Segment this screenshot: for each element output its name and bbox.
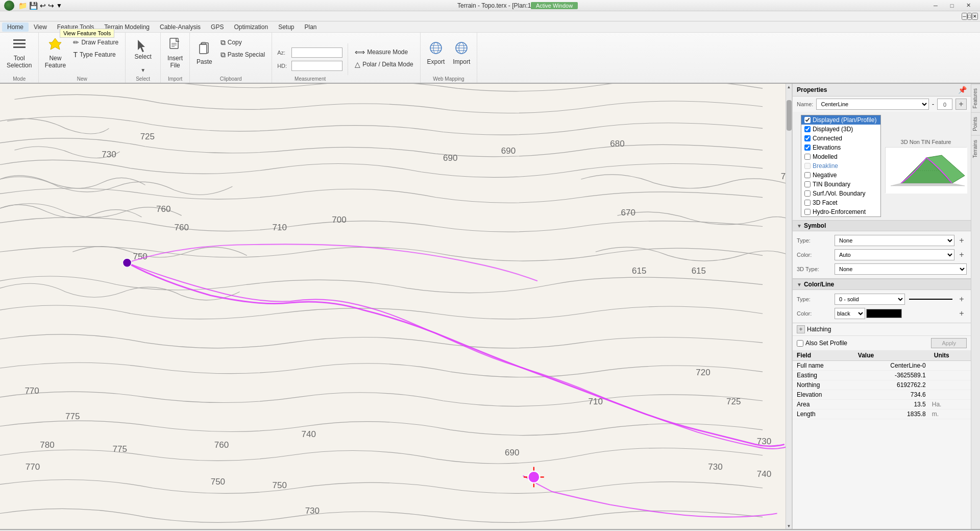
inner-minimize-btn[interactable]: ─: [962, 13, 967, 20]
dropdown-3d-facet[interactable]: 3D Facet: [801, 198, 880, 207]
symbol-type-select[interactable]: None: [835, 235, 954, 246]
also-profile-checkbox[interactable]: [797, 340, 803, 347]
svg-rect-1: [13, 43, 26, 44]
select-dropdown-btn[interactable]: ▼: [138, 67, 148, 74]
side-tab-points[interactable]: Points: [971, 112, 980, 135]
svg-text:760: 760: [214, 440, 229, 450]
checkbox-negative[interactable]: [804, 172, 811, 178]
menu-gps[interactable]: GPS: [206, 22, 229, 32]
checkbox-3d-facet[interactable]: [804, 200, 811, 206]
symbol-3dtype-select[interactable]: None: [835, 263, 967, 275]
checkbox-hydro[interactable]: [804, 209, 811, 215]
menu-plan[interactable]: Plan: [299, 22, 322, 32]
copy-btn[interactable]: ⧉ Copy: [217, 37, 268, 48]
paste-special-btn[interactable]: ⧉ Paste Special: [217, 49, 268, 60]
dropdown-displayed-3d[interactable]: Displayed (3D): [801, 125, 880, 134]
checkbox-displayed-3d[interactable]: [804, 126, 811, 132]
svg-marker-3: [49, 38, 61, 50]
symbol-type-plus[interactable]: +: [957, 236, 967, 245]
inner-close-btn[interactable]: ✕: [972, 13, 978, 20]
dropdown-displayed-plan[interactable]: Displayed (Plan/Profile): [801, 115, 880, 125]
scroll-thumb-v[interactable]: [787, 100, 792, 131]
polar-delta-icon: △: [355, 60, 360, 68]
checkbox-breakline[interactable]: [804, 163, 811, 169]
ribbon-group-clipboard: Paste ⧉ Copy ⧉ Paste Special Clipboard: [190, 33, 272, 83]
close-btn[interactable]: ✕: [961, 0, 976, 11]
svg-text:775: 775: [65, 412, 80, 421]
checkbox-modelled[interactable]: [804, 154, 811, 160]
dropdown-connected[interactable]: Connected: [801, 134, 880, 143]
undo-btn[interactable]: ↩: [40, 2, 46, 10]
paste-btn[interactable]: Paste: [193, 35, 216, 71]
maximize-btn[interactable]: □: [944, 0, 960, 11]
import-web-label: Import: [453, 58, 470, 65]
colorline-type-plus[interactable]: +: [957, 295, 967, 304]
apply-btn[interactable]: Apply: [931, 338, 967, 348]
paste-special-label: Paste Special: [228, 51, 265, 58]
menu-feature-tools[interactable]: Feature Tools: [52, 22, 100, 32]
checkbox-tin-boundary[interactable]: [804, 181, 811, 187]
name-select[interactable]: CenterLine: [816, 99, 929, 110]
field-units-cell: [930, 361, 971, 371]
minimize-btn[interactable]: ─: [928, 0, 943, 11]
dropdown-negative[interactable]: Negative: [801, 171, 880, 180]
table-row: Area 13.5 Ha.: [793, 400, 971, 409]
symbol-section-header[interactable]: ▼ Symbol: [793, 220, 971, 231]
checkbox-elevations[interactable]: [804, 144, 811, 151]
new-feature-btn[interactable]: NewFeature: [42, 35, 68, 71]
redo-btn[interactable]: ↪: [48, 2, 54, 10]
save-btn[interactable]: 💾: [29, 2, 38, 10]
symbol-color-plus[interactable]: +: [957, 250, 967, 259]
open-btn[interactable]: 📁: [18, 2, 27, 10]
menu-terrain-modeling[interactable]: Terrain Modeling: [99, 22, 155, 32]
insert-file-btn[interactable]: InsertFile: [164, 35, 186, 71]
measure-mode-btn[interactable]: ⟺ Measure Mode: [351, 46, 416, 58]
colorline-type-select[interactable]: 0 - solid: [835, 294, 905, 305]
colorline-color-select[interactable]: black: [835, 308, 865, 319]
svg-text:740: 740: [757, 469, 771, 479]
svg-text:615: 615: [632, 266, 646, 276]
dropdown-hydro[interactable]: Hydro-Enforcement: [801, 207, 880, 216]
menu-home[interactable]: Home: [2, 22, 29, 32]
svg-text:720: 720: [696, 368, 710, 377]
side-tab-terrains[interactable]: Terrains: [971, 135, 980, 162]
hatching-expand-icon[interactable]: +: [797, 325, 805, 333]
side-tabs: Features Points Terrains: [971, 84, 980, 529]
hatching-section[interactable]: + Hatching: [793, 323, 971, 335]
customize-btn[interactable]: ▼: [56, 2, 62, 9]
inner-maximize-btn[interactable]: □: [967, 13, 972, 20]
measurement-btns: ⟺ Measure Mode △ Polar / Delta Mode: [348, 35, 420, 82]
symbol-color-select[interactable]: Auto: [835, 249, 954, 260]
select-main-btn[interactable]: Select: [129, 36, 157, 67]
colorline-section-header[interactable]: ▼ Color/Line: [793, 279, 971, 290]
also-profile-row: Also Set Profile Apply: [793, 335, 971, 350]
scroll-up-arrow[interactable]: ▲: [786, 84, 792, 90]
map-area[interactable]: 725 730 760 760 750 710 700 690 690 680 …: [0, 84, 792, 529]
hd-input[interactable]: [291, 61, 342, 71]
dropdown-elevations[interactable]: Elevations: [801, 143, 880, 152]
side-tab-features[interactable]: Features: [971, 84, 980, 112]
map-scrollbar-vertical[interactable]: ▲ ▼: [786, 84, 792, 529]
checkbox-connected[interactable]: [804, 135, 811, 141]
import-web-btn[interactable]: Import: [449, 35, 474, 71]
export-btn[interactable]: Export: [424, 35, 449, 71]
dropdown-tin-boundary[interactable]: TIN Boundary: [801, 180, 880, 189]
dropdown-modelled[interactable]: Modelled: [801, 152, 880, 161]
name-plus-btn[interactable]: +: [955, 99, 967, 110]
menu-view[interactable]: View: [29, 22, 52, 32]
dropdown-breakline[interactable]: Breakline: [801, 161, 880, 171]
az-input[interactable]: [291, 47, 342, 58]
polar-delta-btn[interactable]: △ Polar / Delta Mode: [351, 59, 416, 70]
menu-optimization[interactable]: Optimization: [229, 22, 273, 32]
checkbox-displayed-plan[interactable]: [804, 117, 811, 123]
type-feature-btn[interactable]: T Type Feature: [69, 49, 122, 60]
tool-selection-btn[interactable]: ToolSelection: [3, 35, 35, 71]
menu-cable-analysis[interactable]: Cable-Analysis: [155, 22, 206, 32]
svg-text:750: 750: [273, 480, 287, 490]
draw-feature-btn[interactable]: ✏ Draw Feature: [69, 37, 122, 48]
checkbox-surf-vol[interactable]: [804, 190, 811, 197]
colorline-color-plus[interactable]: +: [957, 309, 967, 318]
dropdown-surf-vol[interactable]: Surf./Vol. Boundary: [801, 189, 880, 198]
menu-setup[interactable]: Setup: [273, 22, 299, 32]
scroll-down-arrow[interactable]: ▼: [786, 523, 792, 529]
